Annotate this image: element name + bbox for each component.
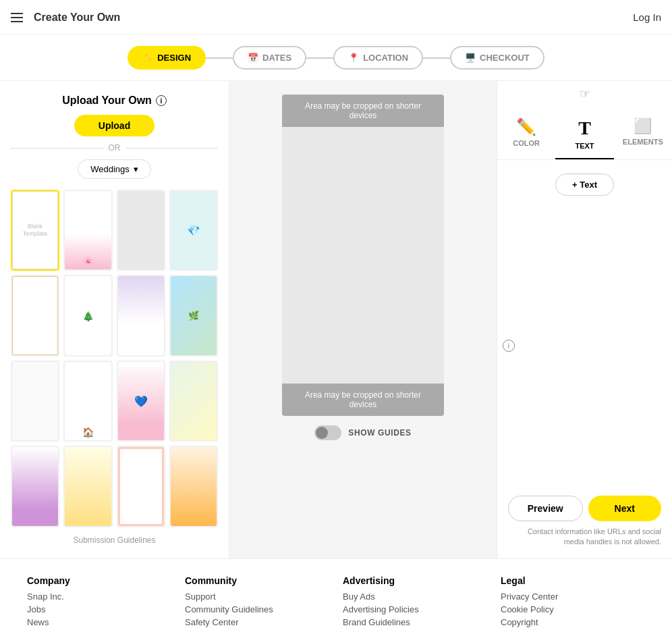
left-panel: Upload Your Own i Upload OR Weddings ▾ B… <box>0 81 229 558</box>
step-dates-label: DATES <box>262 53 291 63</box>
canvas-top-bar: Area may be cropped on shorter devices <box>282 95 444 127</box>
step-design-label: DESIGN <box>157 53 191 63</box>
or-divider: OR <box>11 143 218 153</box>
footer-link-cookie[interactable]: Cookie Policy <box>501 604 645 614</box>
next-button[interactable]: Next <box>588 496 662 521</box>
step-dates[interactable]: 📅 DATES <box>233 46 306 70</box>
template-item-3[interactable] <box>117 190 165 271</box>
show-guides-row: SHOW GUIDES <box>314 425 411 440</box>
footer-col-legal: Legal Privacy Center Cookie Policy Copyr… <box>501 575 645 630</box>
submission-guidelines[interactable]: Submission Guidelines <box>11 535 218 545</box>
cursor-area: ☞ <box>497 81 672 101</box>
footer-legal-title: Legal <box>501 575 645 586</box>
step-location-pill[interactable]: 📍 LOCATION <box>333 46 423 70</box>
footer-col-advertising: Advertising Buy Ads Advertising Policies… <box>343 575 487 630</box>
contact-warning: Contact information like URLs and social… <box>508 527 661 548</box>
template-item-16[interactable] <box>169 446 218 527</box>
footer: Company Snap Inc. Jobs News Community Su… <box>0 558 672 632</box>
footer-link-snap[interactable]: Snap Inc. <box>27 591 171 602</box>
step-checkout[interactable]: 🖥️ CHECKOUT <box>450 46 544 70</box>
app-title: Create Your Own <box>34 11 120 24</box>
template-item-5[interactable] <box>11 275 59 356</box>
template-item-6[interactable]: 🎄 <box>63 275 112 356</box>
show-guides-label: SHOW GUIDES <box>348 428 411 438</box>
show-guides-toggle[interactable] <box>314 425 341 440</box>
footer-link-buy-ads[interactable]: Buy Ads <box>343 591 487 602</box>
template-item-8[interactable]: 🌿 <box>169 275 218 356</box>
template-item-7[interactable] <box>117 275 165 356</box>
upload-title: Upload Your Own i <box>11 95 218 107</box>
template-item-11[interactable]: 💙 <box>117 361 165 442</box>
checkout-icon: 🖥️ <box>465 53 476 63</box>
template-item-9[interactable] <box>11 361 59 442</box>
footer-link-ad-policies[interactable]: Advertising Policies <box>343 604 487 614</box>
template-item-2[interactable]: 🌸 <box>63 190 112 271</box>
canvas-wrapper: Area may be cropped on shorter devices A… <box>282 95 444 416</box>
preview-button[interactable]: Preview <box>508 496 583 521</box>
hamburger-icon[interactable] <box>11 13 23 22</box>
right-info-icon[interactable]: i <box>503 340 515 352</box>
tab-text[interactable]: T TEXT <box>555 112 613 159</box>
step-checkout-pill[interactable]: 🖥️ CHECKOUT <box>450 46 544 70</box>
login-button[interactable]: Log In <box>633 11 661 23</box>
cursor-icon: ☞ <box>580 87 590 101</box>
upload-button[interactable]: Upload <box>74 115 155 136</box>
elements-icon: ⬜ <box>617 117 669 135</box>
category-button[interactable]: Weddings ▾ <box>78 159 151 179</box>
category-select: Weddings ▾ <box>11 159 218 179</box>
template-item-13[interactable] <box>11 446 59 527</box>
design-icon: ✨ <box>142 53 153 63</box>
step-connector-1 <box>206 57 233 59</box>
preview-next-row: Preview Next <box>508 496 661 521</box>
template-item-15[interactable] <box>117 446 165 527</box>
template-item-12[interactable] <box>169 361 218 442</box>
step-design-pill[interactable]: ✨ DESIGN <box>128 46 206 70</box>
right-panel: ☞ ✏️ COLOR T TEXT ⬜ ELEMENTS + Text i <box>497 81 672 558</box>
add-text-button[interactable]: + Text <box>555 174 614 196</box>
footer-col-company: Company Snap Inc. Jobs News <box>27 575 171 630</box>
dates-icon: 📅 <box>248 53 258 63</box>
step-checkout-label: CHECKOUT <box>480 53 530 63</box>
footer-link-brand-guidelines[interactable]: Brand Guidelines <box>343 617 487 627</box>
step-location-label: LOCATION <box>363 53 408 63</box>
step-connector-3 <box>423 57 450 59</box>
toggle-knob <box>316 427 328 439</box>
step-bar: ✨ DESIGN 📅 DATES 📍 LOCATION 🖥️ CHECKOUT <box>0 35 672 81</box>
step-location[interactable]: 📍 LOCATION <box>333 46 423 70</box>
tab-color[interactable]: ✏️ COLOR <box>497 112 555 159</box>
footer-company-title: Company <box>27 575 171 586</box>
canvas-bottom-bar: Area may be cropped on shorter devices <box>282 384 444 416</box>
upload-section: Upload Your Own i Upload OR Weddings ▾ <box>11 95 218 179</box>
template-grid: BlankTemplate 🌸 💎 🎄 <box>11 190 218 527</box>
text-icon: T <box>558 117 611 139</box>
upload-info-icon[interactable]: i <box>156 95 167 106</box>
template-item-4[interactable]: 💎 <box>169 190 218 271</box>
step-dates-pill[interactable]: 📅 DATES <box>233 46 306 70</box>
footer-advertising-title: Advertising <box>343 575 487 586</box>
right-tabs: ✏️ COLOR T TEXT ⬜ ELEMENTS <box>497 101 672 160</box>
step-connector-2 <box>306 57 333 59</box>
chevron-down-icon: ▾ <box>134 164 138 174</box>
footer-link-news[interactable]: News <box>27 617 171 627</box>
footer-link-safety[interactable]: Safety Center <box>185 617 329 627</box>
top-nav: Create Your Own Log In <box>0 0 672 35</box>
template-item-10[interactable]: 🏠 <box>63 361 112 442</box>
location-icon: 📍 <box>348 53 359 63</box>
tab-elements[interactable]: ⬜ ELEMENTS <box>614 112 672 159</box>
footer-link-privacy[interactable]: Privacy Center <box>501 591 645 602</box>
template-item-14[interactable] <box>63 446 112 527</box>
template-item-blank[interactable]: BlankTemplate <box>11 190 59 271</box>
pencil-icon: ✏️ <box>500 117 553 136</box>
footer-col-community: Community Support Community Guidelines S… <box>185 575 329 630</box>
main-layout: Upload Your Own i Upload OR Weddings ▾ B… <box>0 81 672 558</box>
footer-community-title: Community <box>185 575 329 586</box>
footer-columns: Company Snap Inc. Jobs News Community Su… <box>27 575 645 630</box>
footer-link-jobs[interactable]: Jobs <box>27 604 171 614</box>
footer-link-copyright[interactable]: Copyright <box>501 617 645 627</box>
footer-link-community-guidelines[interactable]: Community Guidelines <box>185 604 329 614</box>
right-bottom: Preview Next Contact information like UR… <box>497 488 672 548</box>
step-design[interactable]: ✨ DESIGN <box>128 46 206 70</box>
center-panel: Area may be cropped on shorter devices A… <box>229 81 497 558</box>
canvas-middle[interactable] <box>282 127 444 384</box>
footer-link-support[interactable]: Support <box>185 591 329 602</box>
